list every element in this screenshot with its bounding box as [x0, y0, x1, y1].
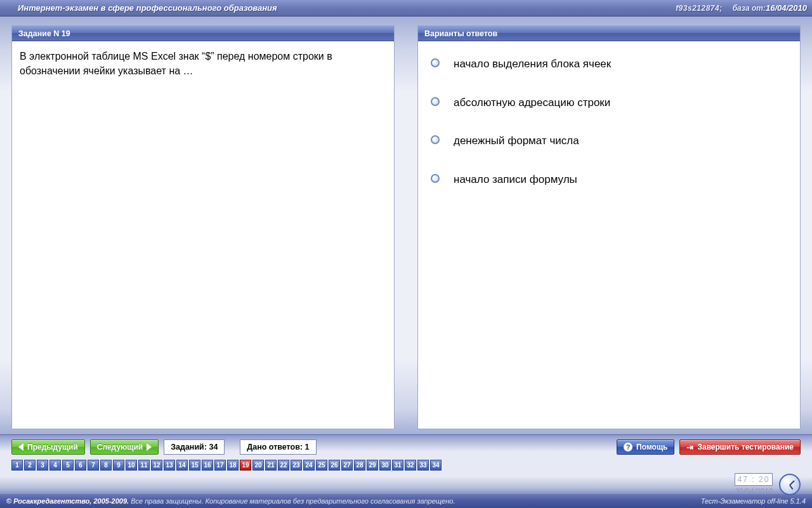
tasks-count: 34 — [209, 443, 218, 451]
question-number-14[interactable]: 14 — [176, 460, 188, 471]
question-number-9[interactable]: 9 — [113, 460, 124, 471]
prev-button[interactable]: Предыдущий — [11, 439, 85, 455]
question-number-11[interactable]: 11 — [138, 460, 150, 471]
exit-icon: ⇥ — [686, 443, 693, 452]
copyright-rest: Все права защищены. Копирование материал… — [129, 497, 455, 505]
answer-option[interactable]: начало записи формулы — [431, 172, 792, 188]
timer-display: 47 : 20 — [735, 473, 773, 486]
question-number-31[interactable]: 31 — [392, 460, 403, 471]
answer-option[interactable]: денежный формат числа — [431, 133, 792, 149]
prev-button-label: Предыдущий — [27, 443, 78, 451]
question-number-17[interactable]: 17 — [214, 460, 226, 471]
question-number-21[interactable]: 21 — [265, 460, 277, 471]
question-number-26[interactable]: 26 — [329, 460, 340, 471]
footer: © Росаккредагентство, 2005-2009. Все пра… — [0, 494, 812, 508]
help-icon: ? — [624, 443, 632, 451]
question-number-15[interactable]: 15 — [189, 460, 200, 471]
answer-text: абсолютную адресацию строки — [454, 95, 610, 111]
help-button[interactable]: ? Помощь — [617, 439, 674, 455]
answered-count-box: Дано ответов: 1 — [240, 439, 316, 455]
answers-panel: Варианты ответов начало выделения блока … — [417, 25, 801, 429]
question-number-20[interactable]: 20 — [252, 460, 264, 471]
help-button-label: Помощь — [636, 443, 667, 451]
question-number-30[interactable]: 30 — [379, 460, 391, 471]
question-number-19[interactable]: 19 — [240, 460, 251, 471]
question-number-2[interactable]: 2 — [24, 460, 36, 471]
question-number-27[interactable]: 27 — [341, 460, 353, 471]
app-version: Тест-Экзаменатор off-line 5.1.4 — [701, 497, 806, 505]
question-number-22[interactable]: 22 — [278, 460, 289, 471]
radio-icon[interactable] — [431, 174, 440, 183]
radio-icon[interactable] — [431, 58, 440, 67]
db-label: база от: — [733, 4, 766, 13]
answer-text: начало записи формулы — [454, 172, 577, 188]
finish-button-label: Завершить тестирование — [697, 443, 794, 451]
tasks-label: Заданий: — [171, 443, 207, 451]
question-number-5[interactable]: 5 — [62, 460, 74, 471]
question-number-8[interactable]: 8 — [100, 460, 112, 471]
next-button-label: Следующий — [97, 443, 143, 451]
question-number-16[interactable]: 16 — [202, 460, 213, 471]
question-number-33[interactable]: 33 — [417, 460, 429, 471]
question-number-1[interactable]: 1 — [11, 460, 23, 471]
workspace: Задание N 19 В электронной таблице MS Ex… — [0, 17, 812, 434]
question-header: Задание N 19 — [12, 26, 394, 41]
answered-label: Дано ответов: — [247, 443, 303, 451]
answer-option[interactable]: начало выделения блока ячеек — [431, 57, 792, 72]
tasks-count-box: Заданий: 34 — [164, 439, 225, 455]
finish-button[interactable]: ⇥ Завершить тестирование — [679, 439, 801, 455]
titlebar: Интернет-экзамен в сфере профессионально… — [0, 0, 812, 17]
db-date: 16/04/2010 — [766, 3, 807, 13]
question-number-12[interactable]: 12 — [151, 460, 162, 471]
next-button[interactable]: Следующий — [90, 439, 159, 455]
answered-count: 1 — [305, 443, 310, 451]
question-number-7[interactable]: 7 — [88, 460, 99, 471]
question-number-10[interactable]: 10 — [126, 460, 137, 471]
question-number-13[interactable]: 13 — [164, 460, 175, 471]
navbar: Предыдущий Следующий Заданий: 34 Дано от… — [0, 434, 812, 494]
answers-header: Варианты ответов — [418, 26, 800, 41]
radio-icon[interactable] — [431, 97, 440, 106]
clock-icon — [779, 474, 801, 495]
question-number-24[interactable]: 24 — [303, 460, 315, 471]
question-number-34[interactable]: 34 — [430, 460, 442, 471]
question-number-29[interactable]: 29 — [367, 460, 378, 471]
radio-icon[interactable] — [431, 135, 440, 144]
answer-option[interactable]: абсолютную адресацию строки — [431, 95, 792, 111]
question-text: В электронной таблице MS Excel знак “$” … — [12, 41, 394, 86]
question-number-6[interactable]: 6 — [75, 460, 86, 471]
session-code: f93s212874; — [676, 4, 723, 13]
question-number-28[interactable]: 28 — [354, 460, 365, 471]
db-info: база от:16/04/2010 — [733, 3, 807, 13]
arrow-left-icon — [18, 443, 23, 451]
question-number-32[interactable]: 32 — [405, 460, 416, 471]
question-number-18[interactable]: 18 — [227, 460, 239, 471]
copyright-strong: © Росаккредагентство, 2005-2009. — [6, 497, 129, 505]
question-panel: Задание N 19 В электронной таблице MS Ex… — [11, 25, 395, 429]
question-number-23[interactable]: 23 — [291, 460, 302, 471]
question-number-3[interactable]: 3 — [37, 460, 48, 471]
answer-text: начало выделения блока ячеек — [454, 57, 611, 72]
app-title: Интернет-экзамен в сфере профессионально… — [18, 3, 676, 13]
question-number-4[interactable]: 4 — [49, 460, 61, 471]
question-number-strip: 1234567891011121314151617181920212223242… — [11, 460, 801, 471]
answer-text: денежный формат числа — [454, 133, 579, 149]
question-number-25[interactable]: 25 — [316, 460, 327, 471]
arrow-right-icon — [147, 443, 152, 451]
